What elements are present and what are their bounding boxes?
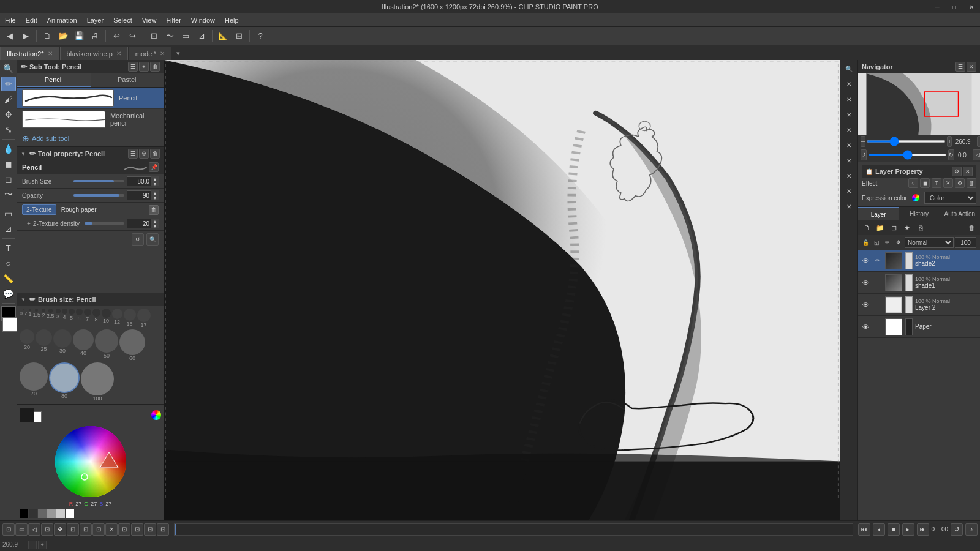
right-icon-5[interactable]: ✕ — [842, 122, 856, 137]
subtool-tab-pencil[interactable]: Pencil — [17, 73, 91, 87]
right-icon-2[interactable]: ✕ — [842, 77, 856, 91]
layer-mask-btn[interactable]: ⊡ — [888, 222, 900, 234]
layer-lock-pos[interactable]: ✥ — [894, 238, 903, 247]
tabs-overflow[interactable]: ▾ — [172, 47, 184, 60]
anim-btn-8[interactable]: ⊡ — [92, 523, 105, 536]
brush-size-down[interactable]: ▼ — [151, 181, 159, 186]
menu-help[interactable]: Help — [220, 13, 244, 26]
background-color[interactable] — [2, 317, 17, 332]
bs-2[interactable]: 2 — [42, 309, 45, 328]
opacity-slider[interactable] — [74, 194, 124, 197]
anim-loop-btn[interactable]: ↺ — [951, 523, 963, 536]
menu-file[interactable]: File — [0, 13, 21, 26]
opacity-down[interactable]: ▼ — [151, 195, 159, 200]
menu-animation[interactable]: Animation — [42, 13, 82, 26]
layer-vis-paper[interactable]: 👁 — [861, 322, 870, 332]
anim-btn-1[interactable]: ⊡ — [2, 523, 15, 536]
bs-1.5[interactable]: 1.5 — [33, 309, 41, 328]
layer-folder-btn[interactable]: 📁 — [874, 222, 886, 234]
bs-100[interactable]: 100 — [81, 362, 114, 402]
layer-copy-btn[interactable]: ⎘ — [914, 222, 927, 234]
anim-play-stop[interactable]: ■ — [888, 523, 900, 536]
anim-play-fwd[interactable]: ⏭ — [917, 523, 929, 536]
texture-density-slider[interactable] — [85, 222, 124, 225]
transform-button[interactable]: ⊡ — [146, 29, 161, 43]
bs-6[interactable]: 6 — [76, 309, 83, 328]
nav-zoom-in[interactable]: + — [947, 136, 951, 147]
toolprop-settings-btn[interactable]: ⚙ — [139, 149, 149, 159]
swatch-dk-gray[interactable] — [29, 509, 37, 518]
bs-17[interactable]: 17 — [137, 309, 151, 328]
bs-25[interactable]: 25 — [36, 329, 52, 361]
texture-del-btn[interactable]: 🗑 — [149, 205, 159, 215]
tool-brush[interactable]: 🖌 — [1, 92, 16, 107]
layer-lock-draw[interactable]: ✏ — [883, 238, 892, 247]
tool-blend[interactable]: 〜 — [1, 187, 16, 202]
anim-btn-7[interactable]: ⊡ — [80, 523, 92, 536]
texture-density-expand[interactable]: + — [27, 220, 31, 227]
layerprop-settings-btn[interactable]: ⚙ — [952, 167, 962, 176]
tool-ruler[interactable]: 📏 — [1, 271, 16, 286]
tool-move[interactable]: ✥ — [1, 107, 16, 122]
menu-select[interactable]: Select — [108, 13, 137, 26]
layer-vis-shade1[interactable]: 👁 — [861, 278, 870, 288]
tool-eraser[interactable]: ◻ — [1, 172, 16, 187]
toolprop-menu-btn[interactable]: ☰ — [128, 149, 138, 159]
nav-zoom-out[interactable]: ─ — [861, 136, 865, 147]
help-button[interactable]: ? — [253, 29, 268, 43]
bs-60[interactable]: 60 — [119, 329, 145, 361]
layer-effect-btn[interactable]: ★ — [901, 222, 913, 234]
texture-density-down[interactable]: ▼ — [151, 223, 159, 228]
ruler-button[interactable]: 📐 — [216, 29, 230, 43]
nav-zoom-slider[interactable] — [867, 140, 946, 143]
anim-step-fwd[interactable]: ▸ — [902, 523, 914, 536]
effect-icon-4[interactable]: ✕ — [943, 178, 953, 188]
brush-size-input[interactable] — [127, 176, 151, 186]
grid-button[interactable]: ⊞ — [232, 29, 246, 43]
swatch-lt-gray[interactable] — [47, 509, 56, 518]
swatch-white[interactable] — [66, 509, 74, 518]
texture-chip[interactable]: 2-Texture — [22, 204, 56, 215]
layer-item-shade2[interactable]: 👁 ✏ 100 % Normal shade2 — [858, 250, 980, 272]
subtool-tab-pastel[interactable]: Pastel — [91, 73, 164, 87]
tool-pencil[interactable]: ✏ — [1, 77, 16, 91]
subtool-add-btn[interactable]: + — [139, 62, 149, 72]
effect-icon-5[interactable]: ⚙ — [955, 178, 965, 188]
menu-window[interactable]: Window — [186, 13, 220, 26]
layer-tab-history[interactable]: History — [899, 207, 939, 220]
menu-filter[interactable]: Filter — [161, 13, 186, 26]
tool-select-rect[interactable]: ▭ — [1, 206, 16, 221]
tab-close[interactable]: ✕ — [48, 50, 53, 57]
layer-tab-layer[interactable]: Layer — [858, 207, 899, 220]
anim-btn-11[interactable]: ⊡ — [131, 523, 143, 536]
effect-icon-3[interactable]: T — [932, 178, 941, 188]
tab-blaviken[interactable]: blaviken wine.p ✕ — [60, 47, 128, 60]
zoom-out-btn[interactable]: - — [28, 541, 37, 549]
color-wheel-icon[interactable] — [151, 410, 161, 420]
anim-btn-12[interactable]: ⊡ — [144, 523, 156, 536]
nav-fit-btn[interactable]: ⊡ — [977, 136, 980, 147]
bs-80-active[interactable]: 80 — [49, 362, 80, 402]
swatch-lighter[interactable] — [56, 509, 65, 518]
navigator-menu-btn[interactable]: ☰ — [956, 62, 965, 72]
print-button[interactable]: 🖨 — [88, 29, 102, 43]
tool-eyedrop[interactable]: 💧 — [1, 141, 16, 156]
add-subtool-button[interactable]: ⊕ Add sub tool — [17, 130, 164, 146]
bs-4[interactable]: 4 — [62, 309, 67, 328]
layer-item-layer2[interactable]: 👁 100 % Normal Layer 2 — [858, 294, 980, 316]
right-icon-9[interactable]: ✕ — [842, 184, 856, 198]
swatch-gray[interactable] — [38, 509, 47, 518]
anim-btn-9[interactable]: ✕ — [105, 523, 118, 536]
bs-0.7[interactable]: 0.7 — [20, 309, 28, 328]
toolprop-pin-btn[interactable]: 📌 — [149, 162, 159, 172]
menu-edit[interactable]: Edit — [21, 13, 42, 26]
navigator-close-btn[interactable]: ✕ — [967, 62, 976, 72]
anim-btn-2[interactable]: ▭ — [15, 523, 28, 536]
layer-vis-layer2[interactable]: 👁 — [861, 300, 870, 310]
tool-transform[interactable]: ⤡ — [1, 122, 16, 137]
new-button[interactable]: 🗋 — [40, 29, 55, 43]
drawing-canvas[interactable] — [164, 60, 840, 520]
bs-3[interactable]: 3 — [56, 309, 61, 328]
bs-30[interactable]: 30 — [53, 329, 72, 361]
anim-step-back[interactable]: ◂ — [873, 523, 885, 536]
